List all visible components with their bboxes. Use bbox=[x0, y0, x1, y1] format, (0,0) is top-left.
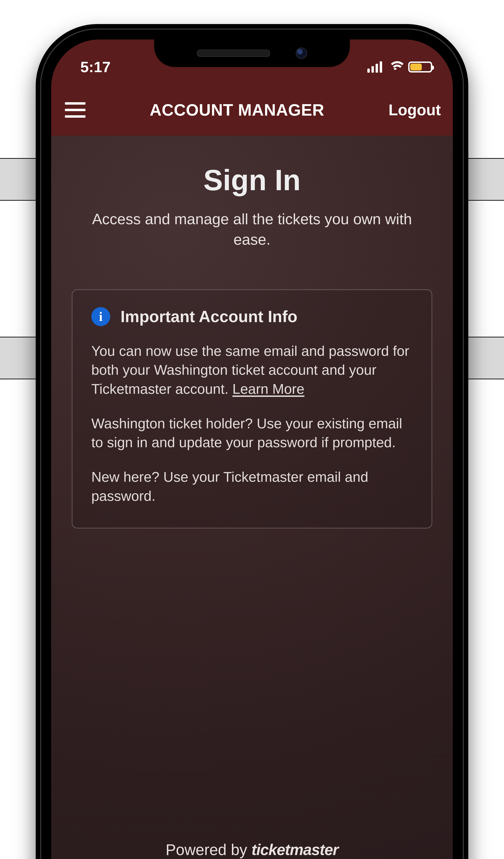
status-indicators bbox=[367, 60, 432, 74]
main-content: Sign In Access and manage all the ticket… bbox=[51, 136, 453, 859]
speaker-grill bbox=[197, 50, 270, 57]
cell-signal-icon bbox=[367, 61, 382, 73]
wifi-icon bbox=[388, 60, 402, 74]
phone-notch bbox=[154, 40, 350, 67]
ticketmaster-logo: ticketmaster bbox=[251, 841, 338, 858]
page-subtitle: Access and manage all the tickets you ow… bbox=[82, 209, 422, 250]
info-card-p3: New here? Use your Ticketmaster email an… bbox=[91, 467, 413, 506]
appbar-title: ACCOUNT MANAGER bbox=[150, 101, 325, 119]
app-bar: ACCOUNT MANAGER Logout bbox=[51, 84, 453, 136]
front-camera-icon bbox=[296, 48, 307, 59]
phone-frame: 5:17 ACCOUNT MANAGER Logout Sign In Acce… bbox=[36, 24, 468, 859]
status-time: 5:17 bbox=[80, 58, 111, 76]
page-title: Sign In bbox=[72, 163, 432, 197]
info-card-p1: You can now use the same email and passw… bbox=[91, 342, 413, 398]
powered-by: Powered by ticketmaster bbox=[51, 841, 453, 859]
footer: Powered by ticketmaster v2.3.1 Sign in t… bbox=[51, 841, 453, 859]
info-card: i Important Account Info You can now use… bbox=[72, 289, 432, 529]
phone-screen: 5:17 ACCOUNT MANAGER Logout Sign In Acce… bbox=[51, 40, 453, 859]
info-card-title: Important Account Info bbox=[121, 307, 297, 326]
logout-button[interactable]: Logout bbox=[389, 101, 441, 119]
menu-icon[interactable] bbox=[65, 102, 85, 118]
learn-more-link[interactable]: Learn More bbox=[233, 381, 304, 397]
info-icon: i bbox=[91, 307, 110, 326]
battery-icon bbox=[408, 61, 432, 73]
info-card-p2: Washington ticket holder? Use your exist… bbox=[91, 414, 413, 452]
info-card-header: i Important Account Info bbox=[91, 307, 413, 326]
powered-by-prefix: Powered by bbox=[166, 841, 251, 858]
